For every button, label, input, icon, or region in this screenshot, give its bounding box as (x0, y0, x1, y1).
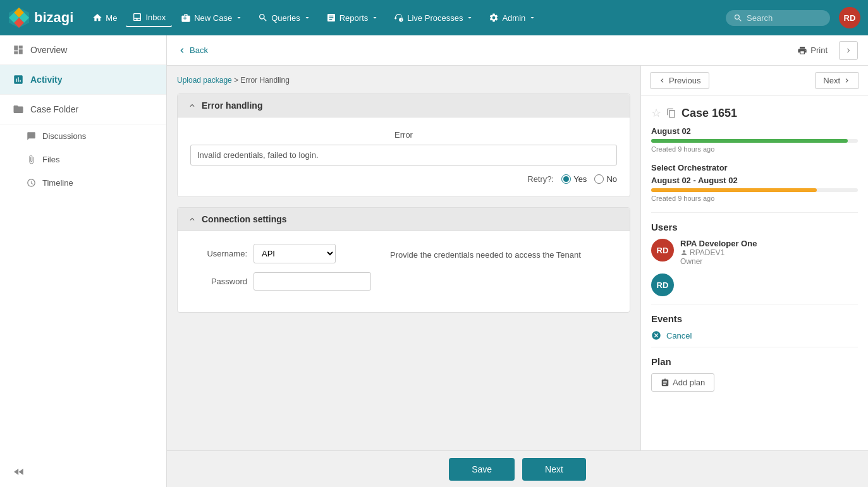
connection-settings-body: Username: API BasicOAuth Password (178, 231, 630, 312)
next-button[interactable]: Next (522, 458, 586, 481)
task2-date-range: August 02 - August 02 (651, 176, 858, 185)
case-title-row: ☆ Case 1651 (651, 106, 858, 120)
logo-text: bizagi (34, 9, 73, 26)
nav-inbox[interactable]: Inbox (126, 8, 172, 27)
reports-dropdown-icon (371, 14, 379, 21)
sidebar-item-overview-label: Overview (30, 45, 67, 55)
user1-avatar: RD (651, 239, 674, 262)
prev-chevron-icon (658, 76, 666, 85)
password-label: Password (190, 277, 247, 286)
liveprocesses-icon (394, 13, 404, 23)
user1-name: RPA Developer One (680, 239, 757, 248)
print-button[interactable]: Print (797, 45, 828, 56)
save-button[interactable]: Save (449, 458, 515, 481)
newcase-icon (181, 13, 191, 23)
password-input[interactable] (254, 272, 371, 291)
home-icon (92, 13, 102, 23)
overview-icon (13, 44, 24, 56)
nav-live-processes[interactable]: Live Processes (388, 9, 480, 27)
task2-title: Select Orchestrator (651, 163, 858, 172)
bottom-bar: Save Next (167, 450, 868, 487)
task-card-2: Select Orchestrator August 02 - August 0… (651, 163, 858, 202)
inbox-icon (132, 12, 142, 22)
connection-settings-header[interactable]: Connection settings (178, 208, 630, 231)
sidebar-item-overview[interactable]: Overview (0, 35, 166, 65)
admin-icon (489, 13, 499, 23)
reports-icon (326, 13, 336, 23)
cancel-event-link[interactable]: Cancel (666, 331, 692, 340)
retry-radio-group: Yes No (561, 174, 617, 184)
star-icon[interactable]: ☆ (651, 106, 661, 120)
nav-reports[interactable]: Reports (320, 9, 386, 27)
sidebar-item-timeline-label: Timeline (42, 178, 73, 188)
right-panel: Previous Next ☆ Case 1651 August 02 (640, 66, 868, 450)
liveprocesses-dropdown-icon (466, 14, 474, 21)
back-button[interactable]: Back (177, 45, 208, 56)
connection-settings-section: Connection settings Username: API BasicO… (177, 207, 630, 313)
divider-1 (651, 212, 858, 213)
retry-yes-option[interactable]: Yes (561, 174, 587, 184)
sidebar-item-activity[interactable]: Activity (0, 65, 166, 95)
user-icon (680, 249, 688, 256)
sidebar-item-files-label: Files (42, 155, 59, 164)
retry-no-radio[interactable] (594, 174, 604, 184)
content-nav-right-button[interactable] (839, 41, 858, 60)
logo[interactable]: bizagi (8, 6, 73, 29)
nav-queries[interactable]: Queries (252, 9, 317, 27)
retry-row: Retry?: Yes No (190, 174, 617, 184)
username-select[interactable]: API BasicOAuth (254, 244, 336, 263)
sidebar-item-discussions-label: Discussions (42, 131, 86, 141)
queries-icon (258, 13, 268, 23)
search-box[interactable] (726, 10, 830, 26)
error-field-input[interactable] (190, 145, 617, 165)
next-panel-button[interactable]: Next (815, 72, 859, 89)
user-card-2: RD (651, 274, 858, 296)
error-handling-header[interactable]: Error handling (178, 94, 630, 117)
sidebar-item-discussions[interactable]: Discussions (0, 124, 166, 148)
sidebar-collapse-button[interactable] (0, 457, 166, 487)
add-plan-button[interactable]: Add plan (651, 373, 714, 392)
next-chevron-icon (843, 76, 851, 85)
task1-date: August 02 (651, 126, 858, 136)
case-copy-icon[interactable] (666, 108, 676, 118)
nav-me[interactable]: Me (86, 9, 123, 27)
error-handling-body: Error Retry?: Yes No (178, 117, 630, 196)
users-section-label: Users (651, 222, 858, 232)
user1-info: RPA Developer One RPADEV1 Owner (680, 239, 757, 266)
case-title: Case 1651 (682, 107, 737, 120)
user2-avatar: RD (651, 274, 674, 296)
connection-fields: Username: API BasicOAuth Password (190, 244, 371, 299)
files-icon (27, 155, 36, 164)
queries-dropdown-icon (303, 14, 311, 21)
sidebar-item-timeline[interactable]: Timeline (0, 171, 166, 195)
new-case-dropdown-icon (235, 14, 243, 21)
search-icon (733, 13, 743, 23)
connection-settings-title: Connection settings (202, 214, 287, 224)
form-content: Upload package > Error Handling Error ha… (167, 66, 640, 450)
user1-username: RPADEV1 (680, 248, 757, 257)
nav-new-case[interactable]: New Case (174, 9, 249, 27)
password-field-row: Password (190, 272, 371, 291)
retry-no-option[interactable]: No (594, 174, 617, 184)
chevron-right-icon (844, 46, 853, 55)
task1-progress-bar (651, 139, 858, 143)
bizagi-logo-icon (8, 6, 30, 29)
sidebar-item-files[interactable]: Files (0, 148, 166, 171)
task1-created: Created 9 hours ago (651, 145, 858, 153)
task2-created: Created 9 hours ago (651, 195, 858, 202)
activity-icon (13, 74, 24, 85)
nav-admin[interactable]: Admin (482, 9, 542, 27)
cancel-icon (651, 330, 661, 340)
retry-yes-radio[interactable] (561, 174, 571, 184)
breadcrumb-link[interactable]: Upload package (177, 76, 232, 85)
user-avatar[interactable]: RD (839, 7, 860, 28)
collapse-icon (13, 466, 25, 478)
sidebar-item-case-folder[interactable]: Case Folder (0, 95, 166, 124)
username-field-row: Username: API BasicOAuth (190, 244, 371, 263)
top-navigation: bizagi Me Inbox New Case Queries Reports… (0, 0, 868, 35)
previous-button[interactable]: Previous (650, 72, 709, 89)
plan-section-label: Plan (651, 356, 858, 367)
section-collapse-icon (188, 101, 197, 110)
divider-2 (651, 304, 858, 304)
search-input[interactable] (747, 13, 822, 23)
